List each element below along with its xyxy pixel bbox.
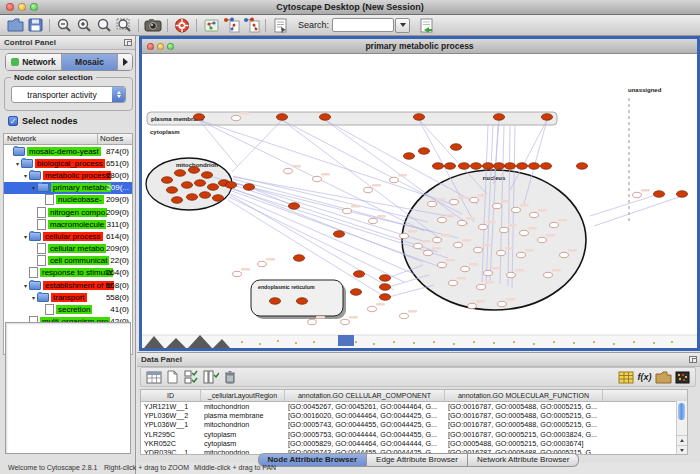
table-row[interactable]: YJR121W__1mitochondrion[GO:0045267, GO:0… <box>141 402 687 411</box>
float-panel-icon[interactable] <box>124 39 132 46</box>
tree-row[interactable]: ▾transport558(0) <box>4 291 132 303</box>
arrow-down-icon <box>680 449 684 452</box>
table-row[interactable]: YPL036W__2plasma membrane[GO:0016020, GO… <box>141 411 687 420</box>
tree-row[interactable]: ▾establishment of lo558(0) <box>4 279 132 291</box>
vizmapper-button[interactable] <box>270 17 290 34</box>
tree-row[interactable]: ▾biological_process651(0) <box>4 157 132 169</box>
network-tree-header[interactable]: Network Nodes <box>3 133 133 145</box>
tree-row[interactable]: ▾cellular process614(0) <box>4 230 132 242</box>
save-session-button[interactable] <box>25 17 45 34</box>
tree-expand-icon[interactable]: ▾ <box>30 184 37 191</box>
toolbar-separator <box>196 19 197 32</box>
table-scrollbar[interactable] <box>676 401 687 455</box>
status-zoom-hint: Right-click + drag to ZOOM <box>104 464 189 471</box>
control-panel-tabs: Network Mosaic <box>5 53 133 71</box>
select-nodes-row: Select nodes <box>8 116 78 126</box>
tree-expand-icon[interactable]: ▾ <box>14 160 21 167</box>
delete-attribute-button[interactable] <box>220 369 239 385</box>
column-header[interactable]: ID <box>141 390 201 401</box>
column-header[interactable]: annotation.GO CELLULAR_COMPONENT <box>285 390 445 401</box>
status-pan-hint: Middle-click + drag to PAN <box>194 464 276 471</box>
open-folder-icon <box>7 18 24 32</box>
column-header[interactable]: annotation.GO MOLECULAR_FUNCTION <box>445 390 603 401</box>
tree-row[interactable]: cellular metabo209(0) <box>4 243 132 255</box>
tree-column-network[interactable]: Network <box>4 134 98 144</box>
tree-row-count: 651(0) <box>106 159 129 168</box>
select-rows-icon <box>203 370 219 384</box>
snapshot-button[interactable] <box>143 17 163 34</box>
tree-row-label: metabolic process <box>43 171 111 180</box>
matrix-view-button[interactable] <box>673 369 692 385</box>
tree-row[interactable]: mosaic-demo-yeast874(0) <box>4 145 132 157</box>
table-cell: [GO:0016787, GO:0005488, GO:0005215, G..… <box>445 411 603 420</box>
tree-row-count: 311(0) <box>106 220 129 229</box>
network-canvas[interactable]: plasma membranecytoplasmunassignednucleu… <box>142 54 697 348</box>
search-options-button[interactable] <box>395 18 410 33</box>
float-panel-icon[interactable] <box>689 356 697 363</box>
tree-expand-icon[interactable]: ▾ <box>30 294 37 301</box>
zoom-out-button[interactable] <box>54 17 74 34</box>
tree-row-count: 209(... <box>106 183 129 192</box>
table-row[interactable]: YKR052Ccytoplasm[GO:0005829, GO:0044464,… <box>141 439 687 448</box>
search-input[interactable] <box>332 18 394 32</box>
tree-expand-icon[interactable]: ▾ <box>22 233 29 240</box>
node-color-dropdown[interactable]: transporter activity <box>11 86 126 103</box>
tree-row-label: cellular metabo <box>48 244 106 253</box>
tab-network[interactable]: Network <box>6 54 62 70</box>
tree-expand-icon[interactable]: ▾ <box>22 282 29 289</box>
tree-row[interactable]: response to stimulu264(0) <box>4 267 132 279</box>
table-cell: [GO:0005829, GO:0044464, GO:0044444, G..… <box>285 439 445 448</box>
table-row[interactable]: YPL036W__1mitochondrion[GO:0005743, GO:0… <box>141 420 687 429</box>
select-nodes-checkbox[interactable] <box>8 116 18 126</box>
import-network-button[interactable] <box>416 17 436 34</box>
zoom-window-button[interactable] <box>30 3 38 11</box>
tree-row[interactable]: cell communicat22(0) <box>4 255 132 267</box>
tree-column-nodes[interactable]: Nodes <box>98 134 132 144</box>
tree-row-label: response to stimulu <box>40 268 113 277</box>
column-header[interactable]: _cellularLayoutRegion <box>201 390 285 401</box>
tab-overflow-button[interactable] <box>118 54 132 70</box>
table-row[interactable]: YLR295Ccytoplasm[GO:0005753, GO:0044444,… <box>141 430 687 439</box>
table-cell: [GO:0016787, GO:0005488, GO:0005215, G..… <box>445 420 603 429</box>
formula-builder-button[interactable]: f(x) <box>635 369 654 385</box>
tree-row[interactable]: nucleobase-209(0) <box>4 194 132 206</box>
minimize-button[interactable] <box>18 3 26 11</box>
attribute-table-icon <box>146 371 162 384</box>
tab-mosaic[interactable]: Mosaic <box>62 54 118 70</box>
toolbar-separator <box>265 19 266 32</box>
close-button[interactable] <box>6 3 14 11</box>
select-columns-button[interactable] <box>182 369 201 385</box>
help-button[interactable] <box>172 17 192 34</box>
open-attribute-file-button[interactable] <box>654 369 673 385</box>
layout-nodes-blue-icon <box>242 17 260 33</box>
tree-row[interactable]: ▾primary metabo209(... <box>4 182 132 194</box>
import-attributes-button[interactable] <box>616 369 635 385</box>
tree-row[interactable]: nitrogen compo209(0) <box>4 206 132 218</box>
frame-zoom-button[interactable] <box>167 43 174 50</box>
layout-red-button[interactable] <box>221 17 241 34</box>
zoom-selected-button[interactable] <box>114 17 134 34</box>
zoom-in-button[interactable] <box>74 17 94 34</box>
scroll-up-button[interactable] <box>677 435 687 445</box>
tree-row[interactable]: secretion41(0) <box>4 303 132 315</box>
select-rows-button[interactable] <box>201 369 220 385</box>
open-session-button[interactable] <box>5 17 25 34</box>
birds-eye-view[interactable] <box>5 322 131 454</box>
tree-row[interactable]: macromolecule311(0) <box>4 218 132 230</box>
tree-row[interactable]: ▾metabolic process280(0) <box>4 169 132 181</box>
network-overview-button[interactable] <box>201 17 221 34</box>
tree-row-count: 209(0) <box>106 195 129 204</box>
frame-close-button[interactable] <box>147 43 154 50</box>
tree-row-count: 264(0) <box>106 268 129 277</box>
select-attributes-button[interactable] <box>144 369 163 385</box>
frame-minimize-button[interactable] <box>157 43 164 50</box>
scrollbar-thumb[interactable] <box>678 403 685 420</box>
tree-expand-icon[interactable]: ▾ <box>22 172 29 179</box>
import-network-icon <box>419 18 434 33</box>
layout-blue-button[interactable] <box>241 17 261 34</box>
save-floppy-icon <box>28 18 43 32</box>
tree-row-label: macromolecule <box>48 220 106 229</box>
zoom-fit-button[interactable] <box>94 17 114 34</box>
create-attribute-button[interactable] <box>163 369 182 385</box>
network-view-titlebar[interactable]: primary metabolic process <box>142 39 697 54</box>
